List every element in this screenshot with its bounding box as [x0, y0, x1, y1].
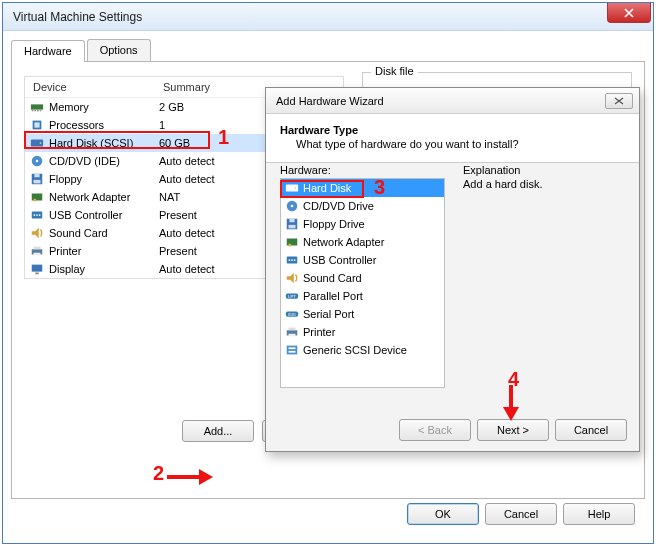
hardware-type-label: Printer [303, 326, 335, 338]
svg-rect-14 [32, 194, 43, 201]
svg-rect-35 [287, 239, 298, 246]
arrow-icon-2 [165, 465, 213, 489]
wizard-close-button[interactable] [605, 93, 633, 109]
nic-icon [29, 190, 45, 204]
svg-rect-22 [34, 247, 41, 250]
svg-rect-34 [289, 225, 296, 229]
hardware-type-label: Sound Card [303, 272, 362, 284]
device-name: CD/DVD (IDE) [49, 155, 159, 167]
col-summary: Summary [155, 77, 218, 97]
wizard-back-button[interactable]: < Back [399, 419, 471, 441]
svg-point-19 [39, 214, 41, 216]
device-name: Network Adapter [49, 191, 159, 203]
svg-rect-2 [34, 110, 36, 112]
help-button[interactable]: Help [563, 503, 635, 525]
sound-icon [29, 226, 45, 240]
annotation-1: 1 [218, 126, 229, 149]
svg-text:LPT: LPT [288, 294, 296, 299]
settings-title: Virtual Machine Settings [13, 10, 142, 24]
hardware-type-item[interactable]: Printer [281, 323, 444, 341]
hardware-type-item[interactable]: Generic SCSI Device [281, 341, 444, 359]
device-name: Processors [49, 119, 159, 131]
hardware-type-label: Parallel Port [303, 290, 363, 302]
hardware-type-item[interactable]: Floppy Drive [281, 215, 444, 233]
svg-rect-6 [34, 122, 39, 127]
usb-icon [29, 208, 45, 222]
hardware-type-item[interactable]: Sound Card [281, 269, 444, 287]
hardware-type-item[interactable]: LPTParallel Port [281, 287, 444, 305]
hardware-type-label: Generic SCSI Device [303, 344, 407, 356]
add-hardware-wizard: Add Hardware Wizard Hardware Type What t… [265, 87, 640, 452]
arrow-icon-4 [499, 383, 523, 421]
nic-icon [285, 235, 299, 249]
printer-icon [285, 325, 299, 339]
floppy-icon [285, 217, 299, 231]
wizard-next-button[interactable]: Next > [477, 419, 549, 441]
settings-titlebar[interactable]: Virtual Machine Settings [3, 3, 653, 31]
display-icon [29, 262, 45, 276]
explanation-text: Add a hard disk. [463, 178, 625, 190]
wizard-titlebar[interactable]: Add Hardware Wizard [266, 88, 639, 114]
svg-point-10 [36, 160, 39, 163]
hardware-type-label: Network Adapter [303, 236, 384, 248]
disc-icon [29, 154, 45, 168]
wizard-header: Hardware Type What type of hardware do y… [266, 114, 639, 163]
svg-rect-3 [37, 110, 39, 112]
annotation-2: 2 [153, 462, 164, 485]
annotation-box-1 [24, 131, 210, 149]
scsi-icon [285, 343, 299, 357]
svg-rect-12 [34, 174, 39, 178]
device-name: Memory [49, 101, 159, 113]
floppy-icon [29, 172, 45, 186]
hardware-type-item[interactable]: Network Adapter [281, 233, 444, 251]
svg-point-39 [291, 259, 293, 261]
close-icon [624, 8, 634, 18]
svg-point-17 [34, 214, 36, 216]
svg-rect-49 [287, 346, 298, 355]
svg-text:0101: 0101 [288, 313, 296, 317]
explanation-label: Explanation [463, 164, 625, 176]
svg-point-18 [36, 214, 38, 216]
add-button[interactable]: Add... [182, 420, 254, 442]
wizard-heading: Hardware Type [280, 124, 625, 136]
hardware-type-label: USB Controller [303, 254, 376, 266]
svg-marker-41 [287, 273, 294, 284]
hardware-type-item[interactable]: 0101Serial Port [281, 305, 444, 323]
hardware-type-label: Floppy Drive [303, 218, 365, 230]
svg-rect-13 [34, 180, 41, 184]
svg-marker-27 [199, 469, 213, 485]
memory-icon [29, 100, 45, 114]
disk-file-label: Disk file [371, 65, 418, 77]
annotation-3: 3 [374, 176, 385, 199]
device-name: USB Controller [49, 209, 159, 221]
wizard-cancel-button[interactable]: Cancel [555, 419, 627, 441]
hardware-type-label: CD/DVD Drive [303, 200, 374, 212]
hardware-type-item[interactable]: CD/DVD Drive [281, 197, 444, 215]
hardware-type-list[interactable]: Hard DiskCD/DVD DriveFloppy DriveNetwork… [280, 178, 445, 388]
device-name: Sound Card [49, 227, 159, 239]
svg-rect-47 [289, 328, 296, 331]
close-icon [614, 97, 624, 105]
svg-marker-53 [503, 407, 519, 421]
annotation-box-3 [280, 180, 364, 198]
svg-rect-23 [34, 253, 41, 256]
svg-rect-25 [35, 273, 39, 275]
ok-button[interactable]: OK [407, 503, 479, 525]
sound-icon [285, 271, 299, 285]
device-name: Floppy [49, 173, 159, 185]
svg-marker-20 [32, 228, 39, 239]
tab-options[interactable]: Options [87, 39, 151, 61]
hardware-list-label: Hardware: [280, 164, 445, 176]
svg-rect-48 [289, 334, 296, 337]
svg-rect-36 [289, 244, 292, 247]
window-close-button[interactable] [607, 3, 651, 23]
hardware-type-item[interactable]: USB Controller [281, 251, 444, 269]
svg-rect-1 [32, 110, 34, 112]
device-name: Printer [49, 245, 159, 257]
hardware-type-label: Serial Port [303, 308, 354, 320]
tab-hardware[interactable]: Hardware [11, 40, 85, 62]
svg-rect-24 [32, 265, 43, 272]
svg-rect-0 [31, 104, 43, 109]
cancel-button[interactable]: Cancel [485, 503, 557, 525]
wizard-subheading: What type of hardware do you want to ins… [280, 138, 625, 150]
